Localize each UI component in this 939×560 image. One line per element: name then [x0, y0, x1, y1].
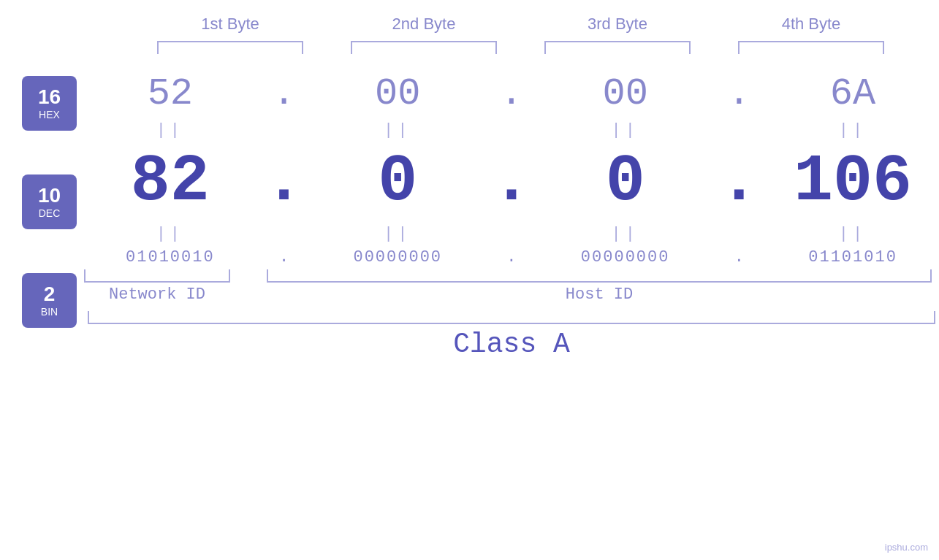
byte3-header: 3rd Byte [544, 15, 691, 34]
top-bracket-1 [157, 41, 303, 54]
bin-badge-label: BIN [41, 306, 58, 318]
class-bracket [88, 311, 935, 324]
bin-badge-num: 2 [44, 283, 56, 306]
bin-dot1-cell: . [270, 248, 299, 266]
dec-dot3-cell: . [724, 145, 753, 219]
network-id-label-cell: Network ID [84, 285, 230, 304]
hex-b1: 52 [148, 72, 193, 115]
host-id-label-cell: Host ID [259, 285, 939, 304]
parallel-row-2: || || || || [84, 223, 939, 245]
dec-b3: 0 [606, 145, 645, 219]
parallel-2-b3: || [552, 225, 699, 243]
hex-dot-1: . [273, 72, 295, 115]
outer-bracket-container [84, 311, 939, 324]
hex-b4-cell: 6A [780, 72, 926, 115]
hex-dot1-cell: . [270, 72, 299, 115]
bin-dot-3: . [734, 248, 744, 266]
dec-b4-cell: 106 [780, 145, 926, 219]
values-area: 52 . 00 . 00 . 6A [77, 61, 939, 360]
hex-b2-cell: 00 [324, 72, 471, 115]
dec-b2: 0 [378, 145, 417, 219]
bin-b4: 01101010 [808, 248, 897, 266]
top-bracket-4 [738, 41, 884, 54]
hex-badge: 16 HEX [22, 76, 77, 131]
bottom-brackets-row [84, 269, 939, 283]
class-a-container: Class A [84, 329, 939, 360]
hex-badge-label: HEX [39, 109, 60, 120]
bin-b1: 01010010 [126, 248, 215, 266]
byte1-header: 1st Byte [157, 15, 303, 34]
dec-badge: 10 DEC [22, 174, 77, 229]
hex-row: 52 . 00 . 00 . 6A [84, 72, 939, 115]
byte2-header: 2nd Byte [351, 15, 497, 34]
hex-b1-cell: 52 [97, 72, 243, 115]
hex-dot3-cell: . [724, 72, 753, 115]
bin-dot-2: . [506, 248, 516, 266]
host-id-bracket [267, 269, 932, 283]
host-id-label: Host ID [566, 285, 633, 304]
class-a-label: Class A [453, 329, 570, 360]
bin-b3-cell: 00000000 [552, 248, 699, 266]
byte4-header: 4th Byte [738, 15, 884, 34]
bin-b3: 00000000 [581, 248, 670, 266]
hex-dot-2: . [500, 72, 522, 115]
hex-b4: 6A [830, 72, 875, 115]
parallel-1-b1: || [97, 121, 243, 139]
bin-badge: 2 BIN [22, 273, 77, 328]
bin-row: 01010010 . 00000000 . 00000000 . [84, 248, 939, 266]
parallel-1-b2: || [324, 121, 471, 139]
parallel-2-b1: || [97, 225, 243, 243]
bin-dot2-cell: . [497, 248, 526, 266]
dec-dot-3: . [719, 145, 759, 219]
main-grid: 16 HEX 10 DEC 2 BIN 52 . [0, 61, 939, 360]
bin-dot-1: . [279, 248, 289, 266]
dec-dot-2: . [492, 145, 531, 219]
parallel-1-b3: || [552, 121, 699, 139]
main-container: 1st Byte 2nd Byte 3rd Byte 4th Byte 16 H… [0, 0, 939, 560]
dec-row: 82 . 0 . 0 . 106 [84, 145, 939, 219]
hex-b3-cell: 00 [552, 72, 699, 115]
bin-dot3-cell: . [724, 248, 753, 266]
parallel-row-1: || || || || [84, 119, 939, 141]
dec-dot2-cell: . [497, 145, 526, 219]
parallel-2-b4: || [780, 225, 926, 243]
dec-dot1-cell: . [270, 145, 299, 219]
bin-b1-cell: 01010010 [97, 248, 243, 266]
dec-b1: 82 [131, 145, 210, 219]
dec-badge-num: 10 [38, 185, 61, 207]
bin-b4-cell: 01101010 [780, 248, 926, 266]
badges-column: 16 HEX 10 DEC 2 BIN [0, 61, 77, 328]
dec-b2-cell: 0 [324, 145, 471, 219]
dec-badge-label: DEC [39, 207, 61, 219]
hex-dot2-cell: . [497, 72, 526, 115]
bin-b2: 00000000 [353, 248, 442, 266]
parallel-2-b2: || [324, 225, 471, 243]
hex-dot-3: . [728, 72, 750, 115]
hex-b3: 00 [602, 72, 647, 115]
bin-b2-cell: 00000000 [324, 248, 471, 266]
top-bracket-2 [351, 41, 497, 54]
network-id-label: Network ID [109, 285, 205, 304]
dec-b4: 106 [794, 145, 912, 219]
hex-badge-num: 16 [38, 86, 61, 109]
network-id-bracket [84, 269, 230, 283]
watermark: ipshu.com [885, 542, 928, 553]
byte-headers: 1st Byte 2nd Byte 3rd Byte 4th Byte [134, 15, 908, 34]
id-labels-row: Network ID Host ID [84, 285, 939, 304]
dec-b3-cell: 0 [552, 145, 699, 219]
dec-dot-1: . [265, 145, 304, 219]
dec-b1-cell: 82 [97, 145, 243, 219]
host-id-bracket-wrap [259, 269, 939, 283]
hex-b2: 00 [375, 72, 420, 115]
top-bracket-3 [544, 41, 691, 54]
top-brackets [134, 41, 908, 54]
parallel-1-b4: || [780, 121, 926, 139]
